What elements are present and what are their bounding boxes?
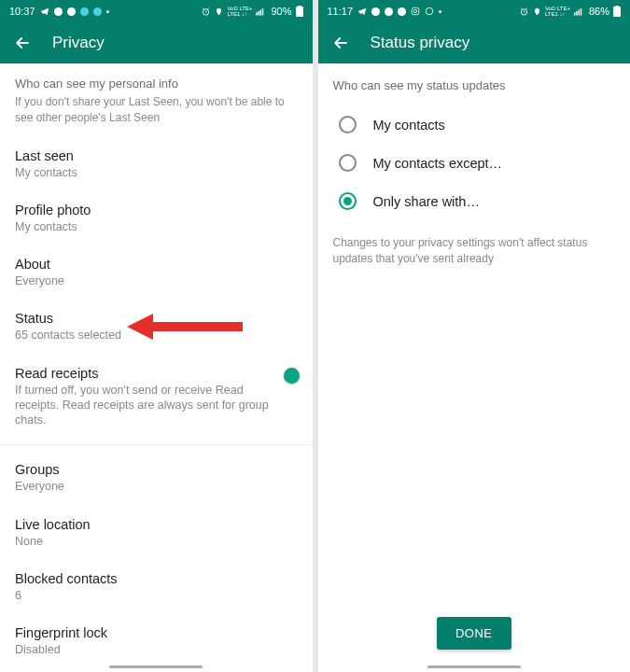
app-icon (67, 7, 76, 16)
radio-my-contacts[interactable]: My contacts (318, 105, 631, 144)
svg-rect-2 (259, 11, 260, 16)
battery-icon (296, 6, 303, 17)
svg-rect-13 (578, 10, 580, 16)
setting-title: Fingerprint lock (15, 625, 298, 640)
status-battery: 90% (271, 6, 291, 17)
instagram-icon (411, 7, 420, 16)
setting-blocked[interactable]: Blocked contacts 6 (0, 560, 313, 614)
app-icon (385, 7, 393, 16)
home-indicator (109, 665, 203, 668)
signal-icon (574, 7, 585, 16)
svg-point-9 (426, 7, 433, 15)
setting-fingerprint[interactable]: Fingerprint lock Disabled (0, 614, 313, 668)
app-icon (93, 7, 102, 16)
setting-sub: 65 contacts selected (15, 328, 298, 343)
setting-groups[interactable]: Groups Everyone (0, 451, 313, 505)
radio-label: My contacts (373, 118, 445, 133)
alarm-icon (201, 7, 211, 17)
setting-title: Groups (15, 462, 298, 477)
radio-icon (339, 116, 357, 133)
status-time: 10:37 (9, 6, 35, 17)
footer-hint: Changes to your privacy settings won't a… (318, 228, 631, 278)
done-button[interactable]: DONE (437, 617, 511, 650)
svg-rect-14 (581, 8, 582, 16)
svg-rect-11 (574, 13, 576, 16)
setting-sub: My contacts (15, 219, 298, 234)
location-icon (215, 7, 223, 17)
status-privacy-content: Who can see my status updates My contact… (318, 63, 631, 672)
svg-rect-5 (296, 7, 303, 17)
svg-rect-6 (298, 6, 301, 7)
app-icon (54, 7, 63, 16)
back-icon[interactable] (331, 34, 350, 52)
battery-icon (613, 6, 621, 17)
network-label: VoD LTE+LTE1 ↓↑ (545, 6, 570, 17)
radio-icon-selected (339, 192, 357, 210)
setting-sub: Disabled (15, 642, 298, 657)
telegram-icon (40, 7, 49, 16)
setting-sub: My contacts (15, 165, 298, 180)
radio-label: Only share with… (373, 194, 480, 209)
radio-except[interactable]: My contacts except… (318, 144, 631, 182)
svg-rect-3 (260, 10, 262, 16)
app-bar: Status privacy (318, 22, 631, 63)
setting-title: Blocked contacts (15, 571, 298, 586)
setting-title: Live location (15, 517, 298, 532)
radio-only-share[interactable]: Only share with… (318, 182, 631, 220)
setting-title: About (15, 257, 298, 272)
telegram-icon (357, 7, 367, 16)
setting-sub: None (15, 534, 298, 549)
setting-title: Read receipts (15, 366, 274, 381)
privacy-content: Who can see my personal info If you don'… (0, 63, 313, 672)
app-icon (371, 7, 380, 16)
svg-point-8 (413, 9, 416, 12)
radio-label: My contacts except… (373, 156, 503, 171)
setting-title: Last seen (15, 148, 298, 163)
setting-read-receipts[interactable]: Read receipts If turned off, you won't s… (0, 355, 313, 440)
more-dot (439, 10, 441, 13)
status-battery: 86% (589, 6, 609, 17)
network-label: VoD LTE+LTE1 ↓↑ (227, 6, 252, 17)
home-indicator (427, 665, 521, 668)
personal-info-hint: If you don't share your Last Seen, you w… (0, 92, 313, 137)
setting-about[interactable]: About Everyone (0, 245, 313, 300)
setting-sub: Everyone (15, 479, 298, 494)
status-header: Who can see my status updates (318, 63, 631, 98)
privacy-screen: 10:37 VoD LTE+LTE1 ↓↑ 90% Privacy Who ca… (0, 0, 313, 672)
status-privacy-screen: 11:17 VoD LTE+LTE1 ↓↑ 86% Status privacy… (318, 0, 631, 672)
more-dot (106, 10, 109, 13)
signal-icon (256, 7, 267, 16)
setting-title: Status (15, 311, 298, 326)
app-icon (80, 7, 89, 16)
read-receipts-toggle[interactable] (284, 370, 298, 383)
divider (0, 444, 313, 445)
svg-rect-7 (412, 7, 419, 15)
setting-last-seen[interactable]: Last seen My contacts (0, 137, 313, 191)
status-time: 11:17 (328, 6, 354, 17)
setting-profile-photo[interactable]: Profile photo My contacts (0, 191, 313, 245)
page-title: Privacy (52, 34, 105, 52)
svg-rect-15 (613, 7, 621, 17)
setting-sub: 6 (15, 588, 298, 603)
setting-live-location[interactable]: Live location None (0, 506, 313, 560)
status-bar: 11:17 VoD LTE+LTE1 ↓↑ 86% (318, 0, 631, 22)
radio-list: My contacts My contacts except… Only sha… (318, 98, 631, 228)
alarm-icon (519, 7, 529, 17)
setting-title: Profile photo (15, 203, 298, 217)
back-icon[interactable] (13, 34, 32, 52)
app-bar: Privacy (0, 22, 313, 63)
svg-rect-4 (262, 8, 264, 16)
app-icon (398, 7, 406, 16)
svg-rect-1 (256, 13, 258, 16)
setting-status[interactable]: Status 65 contacts selected (0, 300, 313, 354)
page-title: Status privacy (371, 34, 470, 52)
status-bar: 10:37 VoD LTE+LTE1 ↓↑ 90% (0, 0, 313, 22)
personal-info-header: Who can see my personal info (0, 63, 313, 92)
setting-sub: If turned off, you won't send or receive… (15, 383, 274, 428)
svg-rect-12 (576, 11, 578, 16)
circle-outline-icon (425, 7, 434, 16)
setting-sub: Everyone (15, 273, 298, 288)
radio-icon (339, 154, 357, 172)
svg-rect-16 (615, 6, 619, 7)
location-icon (533, 7, 541, 17)
